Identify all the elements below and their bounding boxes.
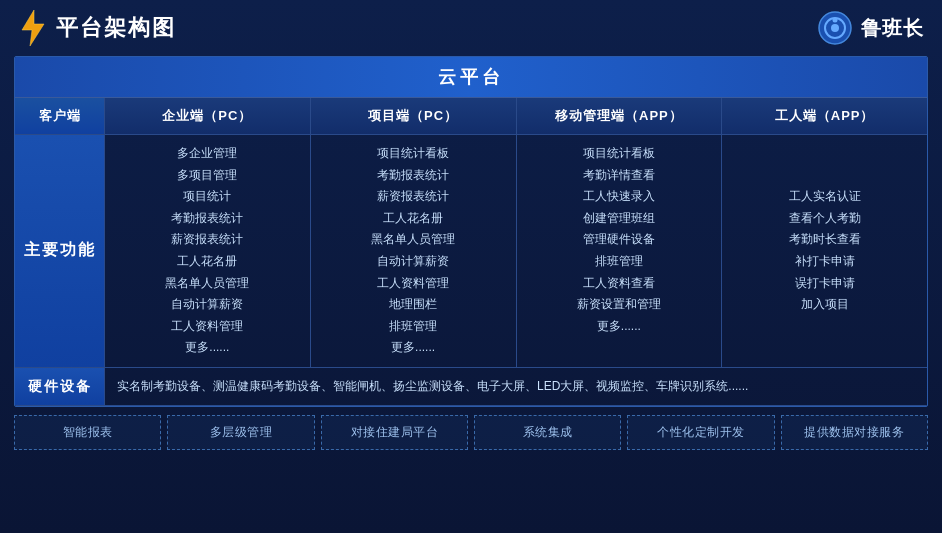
brand-icon: [817, 10, 853, 46]
project-feature-3: 薪资报表统计: [317, 186, 510, 208]
mobile-feature-1: 项目统计看板: [523, 143, 716, 165]
svg-point-4: [833, 18, 838, 23]
mobile-feature-6: 排班管理: [523, 251, 716, 273]
enterprise-feature-2: 多项目管理: [111, 165, 304, 187]
bottom-features: 智能报表 多层级管理 对接住建局平台 系统集成 个性化定制开发 提供数据对接服务: [14, 415, 928, 450]
enterprise-feature-5: 薪资报表统计: [111, 229, 304, 251]
mobile-feature-3: 工人快速录入: [523, 186, 716, 208]
mobile-feature-9: 更多......: [523, 316, 716, 338]
mobile-feature-2: 考勤详情查看: [523, 165, 716, 187]
mobile-feature-4: 创建管理班组: [523, 208, 716, 230]
project-feature-5: 黑名单人员管理: [317, 229, 510, 251]
main-functions-row: 主要功能 多企业管理 多项目管理 项目统计 考勤报表统计 薪资报表统计 工人花名…: [15, 135, 927, 368]
svg-marker-0: [22, 10, 44, 46]
project-feature-6: 自动计算薪资: [317, 251, 510, 273]
hardware-row: 硬件设备 实名制考勤设备、测温健康码考勤设备、智能闸机、扬尘监测设备、电子大屏、…: [15, 368, 927, 406]
mobile-feature-7: 工人资料查看: [523, 273, 716, 295]
page-container: 平台架构图 鲁班长 云平台 客户端 企业端（PC） 项目端（PC） 移动管理端（…: [0, 0, 942, 533]
feature-smart-report: 智能报表: [14, 415, 161, 450]
enterprise-feature-3: 项目统计: [111, 186, 304, 208]
worker-feature-6: 加入项目: [728, 294, 921, 316]
feature-multi-level: 多层级管理: [167, 415, 314, 450]
feature-custom-dev: 个性化定制开发: [627, 415, 774, 450]
worker-feature-5: 误打卡申请: [728, 273, 921, 295]
col-header-client: 客户端: [15, 98, 105, 134]
enterprise-feature-10: 更多......: [111, 337, 304, 359]
feature-gov-platform: 对接住建局平台: [321, 415, 468, 450]
mobile-feature-8: 薪资设置和管理: [523, 294, 716, 316]
project-feature-1: 项目统计看板: [317, 143, 510, 165]
project-feature-7: 工人资料管理: [317, 273, 510, 295]
worker-feature-4: 补打卡申请: [728, 251, 921, 273]
feature-data-service: 提供数据对接服务: [781, 415, 928, 450]
logo-icon: [18, 10, 46, 46]
project-feature-2: 考勤报表统计: [317, 165, 510, 187]
header: 平台架构图 鲁班长: [14, 10, 928, 46]
enterprise-feature-4: 考勤报表统计: [111, 208, 304, 230]
project-feature-9: 排班管理: [317, 316, 510, 338]
enterprise-feature-9: 工人资料管理: [111, 316, 304, 338]
col-header-project: 项目端（PC）: [311, 98, 517, 134]
page-title: 平台架构图: [56, 13, 176, 43]
enterprise-feature-1: 多企业管理: [111, 143, 304, 165]
project-feature-8: 地理围栏: [317, 294, 510, 316]
architecture-table: 云平台 客户端 企业端（PC） 项目端（PC） 移动管理端（APP） 工人端（A…: [14, 56, 928, 407]
enterprise-feature-6: 工人花名册: [111, 251, 304, 273]
svg-point-3: [831, 24, 839, 32]
worker-feature-1: 工人实名认证: [728, 186, 921, 208]
brand-name: 鲁班长: [861, 15, 924, 42]
column-headers: 客户端 企业端（PC） 项目端（PC） 移动管理端（APP） 工人端（APP）: [15, 98, 927, 135]
header-left: 平台架构图: [18, 10, 176, 46]
mobile-feature-5: 管理硬件设备: [523, 229, 716, 251]
brand-logo: 鲁班长: [817, 10, 924, 46]
main-function-label: 主要功能: [15, 135, 105, 367]
worker-feature-2: 查看个人考勤: [728, 208, 921, 230]
col-header-mobile: 移动管理端（APP）: [517, 98, 723, 134]
feature-system-integration: 系统集成: [474, 415, 621, 450]
col-header-enterprise: 企业端（PC）: [105, 98, 311, 134]
enterprise-feature-7: 黑名单人员管理: [111, 273, 304, 295]
project-feature-4: 工人花名册: [317, 208, 510, 230]
enterprise-features: 多企业管理 多项目管理 项目统计 考勤报表统计 薪资报表统计 工人花名册 黑名单…: [105, 135, 311, 367]
hardware-label: 硬件设备: [15, 368, 105, 405]
project-features: 项目统计看板 考勤报表统计 薪资报表统计 工人花名册 黑名单人员管理 自动计算薪…: [311, 135, 517, 367]
hardware-content: 实名制考勤设备、测温健康码考勤设备、智能闸机、扬尘监测设备、电子大屏、LED大屏…: [105, 368, 927, 405]
cloud-platform-header: 云平台: [15, 57, 927, 98]
project-feature-10: 更多......: [317, 337, 510, 359]
enterprise-feature-8: 自动计算薪资: [111, 294, 304, 316]
worker-features: 工人实名认证 查看个人考勤 考勤时长查看 补打卡申请 误打卡申请 加入项目: [722, 135, 927, 367]
worker-feature-3: 考勤时长查看: [728, 229, 921, 251]
col-header-worker: 工人端（APP）: [722, 98, 927, 134]
mobile-features: 项目统计看板 考勤详情查看 工人快速录入 创建管理班组 管理硬件设备 排班管理 …: [517, 135, 723, 367]
